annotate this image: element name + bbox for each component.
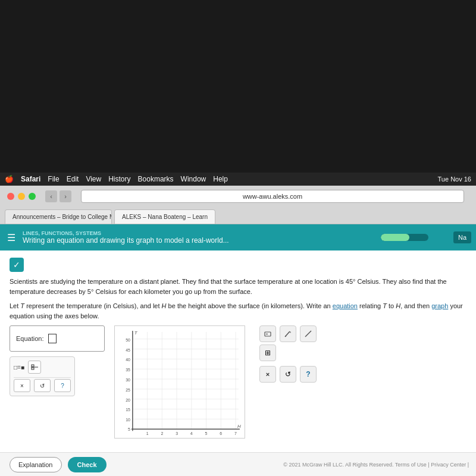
- browser-nav: ‹ ›: [45, 190, 71, 202]
- checkmark-button[interactable]: ✓: [10, 258, 24, 272]
- back-button[interactable]: ‹: [45, 190, 57, 202]
- help-button[interactable]: ?: [54, 379, 71, 392]
- drawing-tools: ⊞ × ↺ ?: [259, 325, 317, 439]
- desktop-area: [0, 0, 476, 173]
- close-button[interactable]: [7, 193, 14, 200]
- apple-menu[interactable]: 🍎: [5, 175, 14, 183]
- svg-line-47: [305, 331, 311, 337]
- help-menu[interactable]: Help: [213, 175, 228, 183]
- clear-button[interactable]: ×: [259, 366, 276, 383]
- file-menu[interactable]: File: [48, 175, 59, 183]
- svg-text:50: 50: [126, 338, 130, 342]
- svg-text:3: 3: [176, 431, 178, 436]
- history-menu[interactable]: History: [108, 175, 130, 183]
- bookmarks-menu[interactable]: Bookmarks: [138, 175, 174, 183]
- tools-row-1: [259, 325, 317, 342]
- svg-text:15: 15: [126, 408, 130, 412]
- undo-graph-button[interactable]: ↺: [280, 366, 296, 383]
- svg-text:30: 30: [126, 378, 130, 382]
- tab-aleks[interactable]: ALEKS – Nana Boateng – Learn: [114, 209, 215, 224]
- svg-text:25: 25: [126, 388, 130, 392]
- view-menu[interactable]: View: [86, 175, 101, 183]
- svg-marker-45: [290, 331, 291, 333]
- copyright: © 2021 McGraw Hill LLC. All Rights Reser…: [283, 462, 469, 468]
- svg-text:H: H: [237, 424, 241, 429]
- aleks-content: ✓ Scientists are studying the temperatur…: [0, 250, 476, 452]
- browser-tabs: Announcements – Bridge to College Math (…: [0, 207, 476, 224]
- traffic-lights: [7, 193, 36, 200]
- aleks-header: ☰ LINES, FUNCTIONS, SYSTEMS Writing an e…: [0, 224, 476, 250]
- svg-text:4: 4: [190, 431, 193, 436]
- equation-input[interactable]: [48, 334, 57, 343]
- pencil-tool[interactable]: [280, 325, 296, 342]
- problem-text-2: Let T represent the temperature (in Cels…: [10, 301, 466, 321]
- svg-text:35: 35: [126, 368, 130, 372]
- graph-section: 50 45 40 35 30 25 20 15 10 5 1: [114, 325, 245, 439]
- svg-rect-43: [266, 333, 268, 335]
- mac-menubar: 🍎 Safari File Edit View History Bookmark…: [0, 173, 476, 186]
- tab-announcements[interactable]: Announcements – Bridge to College Math (…: [5, 209, 112, 224]
- math-toolbar: □=■ × ↺: [10, 356, 75, 396]
- math-toolbar-row-1: □=■: [14, 361, 71, 374]
- hamburger-icon[interactable]: ☰: [7, 232, 15, 243]
- svg-text:40: 40: [126, 358, 130, 362]
- graph-container[interactable]: 50 45 40 35 30 25 20 15 10 5 1: [114, 325, 245, 439]
- math-toolbar-row-2: × ↺ ?: [14, 379, 71, 392]
- aleks-app: ☰ LINES, FUNCTIONS, SYSTEMS Writing an e…: [0, 224, 476, 476]
- svg-text:6: 6: [220, 431, 222, 436]
- svg-text:5: 5: [205, 431, 208, 436]
- svg-text:20: 20: [126, 398, 130, 402]
- svg-text:45: 45: [126, 348, 130, 352]
- undo-button[interactable]: ↺: [34, 379, 51, 392]
- window-menu[interactable]: Window: [181, 175, 206, 183]
- checkmark-icon: ✓: [13, 260, 20, 270]
- tools-controls: × ↺ ?: [259, 366, 317, 383]
- svg-rect-2: [32, 368, 34, 369]
- svg-text:2: 2: [161, 431, 163, 436]
- equation-section: Equation: □=■: [10, 325, 105, 439]
- eraser-tool[interactable]: [259, 325, 276, 342]
- header-content: LINES, FUNCTIONS, SYSTEMS Writing an equ…: [23, 230, 229, 245]
- safari-menu[interactable]: Safari: [21, 175, 40, 183]
- problem-text-1: Scientists are studying the temperature …: [10, 277, 466, 296]
- progress-fill: [381, 234, 409, 241]
- help-graph-button[interactable]: ?: [300, 366, 317, 383]
- browser-window: ‹ › www-awu.aleks.com Announcements – Br…: [0, 186, 476, 476]
- line-tool[interactable]: [300, 325, 317, 342]
- browser-titlebar: ‹ › www-awu.aleks.com: [0, 186, 476, 207]
- graph-svg: 50 45 40 35 30 25 20 15 10 5 1: [115, 326, 245, 438]
- problem-area: Equation: □=■: [10, 325, 466, 439]
- grid-tool[interactable]: ⊞: [259, 345, 276, 361]
- svg-rect-0: [32, 365, 34, 367]
- explanation-button[interactable]: Explanation: [10, 457, 62, 472]
- check-button[interactable]: Check: [68, 457, 107, 472]
- svg-text:5: 5: [128, 427, 130, 431]
- topic-label: LINES, FUNCTIONS, SYSTEMS: [23, 230, 229, 236]
- fraction-button[interactable]: [28, 361, 41, 374]
- tools-grid: ⊞: [259, 345, 296, 361]
- equation-box: Equation:: [10, 325, 105, 352]
- toolbar-separator: [14, 377, 71, 378]
- browser-chrome: ‹ › www-awu.aleks.com Announcements – Br…: [0, 186, 476, 224]
- topic-title: Writing an equation and drawing its grap…: [23, 236, 229, 245]
- times-button[interactable]: ×: [14, 379, 30, 392]
- svg-text:10: 10: [126, 418, 130, 422]
- forward-button[interactable]: ›: [60, 190, 71, 202]
- svg-text:1: 1: [146, 431, 149, 436]
- edit-menu[interactable]: Edit: [67, 175, 79, 183]
- clock: Tue Nov 16: [438, 176, 471, 183]
- minimize-button[interactable]: [18, 193, 25, 200]
- svg-text:T: T: [134, 330, 138, 336]
- aleks-bottom: Explanation Check © 2021 McGraw Hill LLC…: [0, 452, 476, 476]
- nav-button[interactable]: Na: [453, 231, 471, 243]
- svg-text:7: 7: [234, 431, 237, 436]
- maximize-button[interactable]: [29, 193, 36, 200]
- equation-label: Equation:: [16, 335, 43, 342]
- progress-bar: [381, 234, 428, 241]
- equals-display: □=■: [14, 364, 24, 371]
- address-bar[interactable]: www-awu.aleks.com: [81, 190, 464, 203]
